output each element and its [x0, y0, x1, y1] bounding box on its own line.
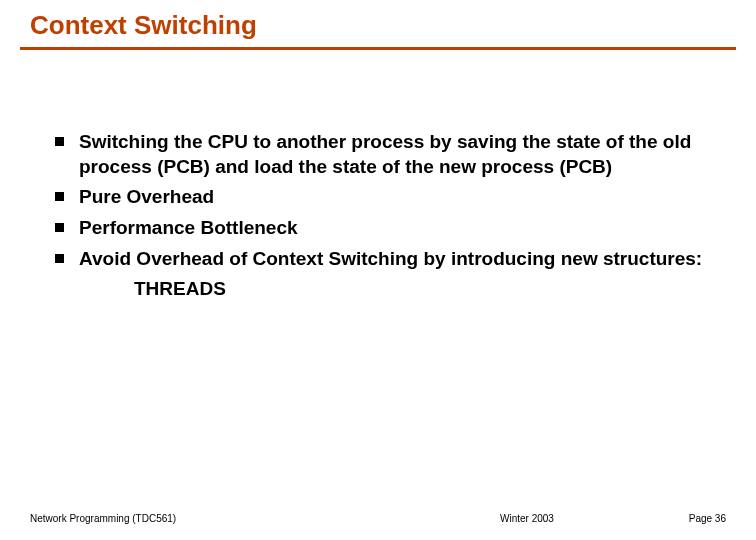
- footer-left: Network Programming (TDC561): [30, 513, 176, 524]
- list-item: Avoid Overhead of Context Switching by i…: [55, 247, 716, 272]
- list-item: Pure Overhead: [55, 185, 716, 210]
- footer-right: Page 36: [689, 513, 726, 524]
- bullet-text: Avoid Overhead of Context Switching by i…: [79, 248, 702, 269]
- sub-line-text: THREADS: [55, 277, 716, 302]
- bullet-text: Performance Bottleneck: [79, 217, 298, 238]
- bullet-text: Pure Overhead: [79, 186, 214, 207]
- footer-center: Winter 2003: [500, 513, 554, 524]
- bullet-icon: [55, 223, 64, 232]
- list-item: Switching the CPU to another process by …: [55, 130, 716, 179]
- bullet-icon: [55, 192, 64, 201]
- bullet-text: Switching the CPU to another process by …: [79, 131, 691, 177]
- slide: Context Switching Switching the CPU to a…: [0, 0, 756, 540]
- bullet-icon: [55, 254, 64, 263]
- bullet-list: Switching the CPU to another process by …: [55, 130, 716, 271]
- page-title: Context Switching: [30, 10, 756, 41]
- list-item: Performance Bottleneck: [55, 216, 716, 241]
- slide-header: Context Switching: [0, 0, 756, 45]
- bullet-icon: [55, 137, 64, 146]
- content-area: Switching the CPU to another process by …: [0, 50, 756, 302]
